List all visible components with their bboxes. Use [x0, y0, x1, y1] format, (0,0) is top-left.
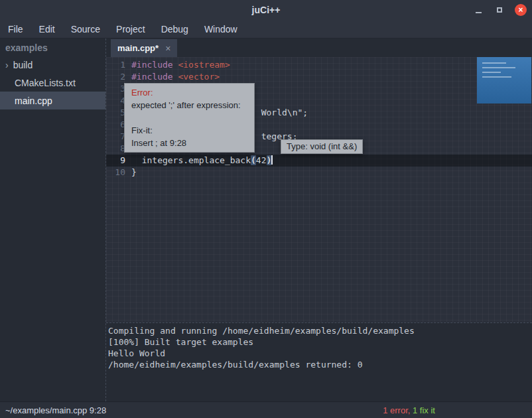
tooltip-line: Insert ; at 9:28 [131, 137, 247, 149]
sidebar: examples ›buildCMakeLists.txtmain.cpp [0, 38, 106, 401]
code-line-2[interactable]: 2#include <vector> [106, 71, 532, 83]
line-number: 1 [111, 59, 125, 71]
code-segment: <iostream> [178, 60, 230, 70]
code-text: #include <iostream> [131, 59, 230, 71]
terminal-line: /home/eidheim/examples/build/examples re… [108, 359, 532, 370]
tree-item-label: main.cpp [15, 96, 52, 106]
tooltip-line [131, 111, 247, 124]
menu-item-source[interactable]: Source [64, 22, 107, 36]
menu-item-file[interactable]: File [1, 22, 30, 36]
minimap-line [482, 72, 501, 73]
project-name: examples [0, 38, 105, 56]
line-number: 5 [111, 107, 125, 119]
minimap[interactable] [477, 57, 531, 104]
tabbar: main.cpp*× [106, 38, 532, 57]
main-pane: main.cpp*× 1#include <iostream>2#include… [106, 38, 532, 401]
tooltip-line: Fix-it: [131, 124, 247, 137]
tab-label: main.cpp* [117, 43, 159, 53]
tree-item-label: CMakeLists.txt [15, 78, 76, 88]
text-cursor [271, 155, 273, 165]
minimap-line [482, 76, 511, 78]
line-number: 10 [111, 167, 125, 178]
juci-window: juCi++ × FileEditSourceProjectDebugWindo… [0, 0, 532, 418]
line-number: 4 [111, 95, 125, 107]
code-segment: 42 [256, 155, 267, 165]
restore-icon [497, 7, 502, 13]
minimize-icon [476, 12, 482, 13]
status-fixit-count: 1 fix it [413, 405, 435, 415]
code-segment: <vector> [178, 72, 220, 82]
menu-item-debug[interactable]: Debug [155, 22, 195, 36]
menu-item-window[interactable]: Window [198, 22, 244, 36]
line-number: 7 [111, 131, 125, 143]
tab-main-cpp[interactable]: main.cpp*× [111, 39, 177, 57]
line-number: 6 [111, 119, 125, 131]
tree-item-build[interactable]: ›build [0, 56, 105, 74]
error-tooltip-title: Error: [131, 86, 247, 99]
menu-item-project[interactable]: Project [109, 22, 152, 36]
line-number: 9 [111, 155, 125, 167]
line-number: 2 [111, 71, 125, 83]
minimap-line [482, 62, 506, 64]
code-text: integers.emplace_back(42) [131, 155, 273, 167]
code-line-9[interactable]: 9 integers.emplace_back(42) [106, 155, 532, 167]
window-title: juCi++ [252, 5, 281, 15]
code-segment: ( [251, 155, 256, 165]
tree-item-label: build [13, 60, 33, 70]
file-tree: ›buildCMakeLists.txtmain.cpp [0, 56, 105, 109]
tree-item-cmakelists-txt[interactable]: CMakeLists.txt [0, 74, 105, 92]
code-segment: integers.emplace_back [131, 155, 251, 165]
menubar: FileEditSourceProjectDebugWindow [0, 20, 532, 38]
code-text: #include <vector> [131, 71, 220, 83]
terminal-line: [100%] Built target examples [108, 336, 532, 348]
error-tooltip-body: expected ';' after expression: Fix-it:In… [131, 99, 247, 149]
code-line-10[interactable]: 10} [106, 167, 532, 178]
titlebar[interactable]: juCi++ × [0, 0, 532, 20]
window-controls: × [472, 0, 527, 20]
status-diagnostics: 1 error, 1 fix it [383, 405, 435, 415]
code-line-1[interactable]: 1#include <iostream> [106, 59, 532, 71]
editor[interactable]: 1#include <iostream>2#include <vector>34… [106, 57, 532, 322]
tooltip-line: expected ';' after expression: [131, 99, 247, 111]
code-segment: ) [267, 155, 272, 165]
tree-item-main-cpp[interactable]: main.cpp [0, 92, 105, 109]
terminal-line: Hello World [108, 348, 532, 359]
minimize-button[interactable] [472, 4, 484, 16]
statusbar: ~/examples/main.cpp 9:28 1 error, 1 fix … [0, 401, 532, 418]
line-number: 8 [111, 143, 125, 155]
error-tooltip: Error: expected ';' after expression: Fi… [124, 83, 255, 153]
code-segment: World\n"; [261, 107, 308, 117]
restore-button[interactable] [494, 4, 505, 16]
terminal-output: Compiling and running /home/eidheim/exam… [106, 322, 532, 401]
close-button[interactable]: × [515, 4, 527, 16]
line-number: 3 [111, 83, 125, 95]
terminal-line: Compiling and running /home/eidheim/exam… [108, 325, 532, 336]
status-separator: , [408, 405, 413, 415]
code-segment: } [131, 167, 137, 177]
code-text: } [131, 167, 137, 178]
status-error-count: 1 error [383, 405, 408, 415]
window-body: examples ›buildCMakeLists.txtmain.cpp ma… [0, 38, 532, 401]
code-segment: #include [131, 72, 178, 82]
status-location: ~/examples/main.cpp 9:28 [5, 405, 106, 415]
menu-item-edit[interactable]: Edit [33, 22, 62, 36]
code-segment: #include [131, 60, 178, 70]
type-tooltip: Type: void (int &&) [281, 139, 363, 154]
close-icon: × [518, 6, 523, 14]
tab-close-icon[interactable]: × [165, 44, 170, 53]
chevron-right-icon: › [5, 60, 9, 70]
minimap-line [482, 67, 515, 68]
